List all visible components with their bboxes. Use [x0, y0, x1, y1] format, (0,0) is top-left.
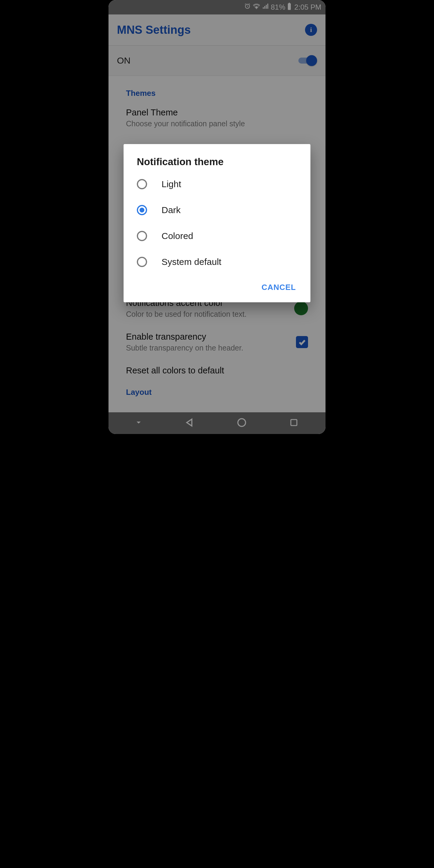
radio-label: System default [161, 257, 221, 267]
radio-label: Dark [161, 205, 181, 215]
radio-label: Light [161, 179, 181, 189]
dialog-title: Notification theme [124, 156, 310, 171]
dialog-actions: CANCEL [124, 275, 310, 297]
radio-icon [137, 205, 147, 215]
device-frame: 81% 2:05 PM MNS Settings i ON Themes Pan… [108, 0, 326, 434]
radio-option-system-default[interactable]: System default [124, 249, 310, 275]
cancel-button[interactable]: CANCEL [258, 280, 300, 294]
radio-icon [137, 257, 147, 267]
radio-option-dark[interactable]: Dark [124, 197, 310, 223]
notification-theme-dialog: Notification theme Light Dark Colored Sy… [124, 144, 310, 302]
radio-icon [137, 231, 147, 241]
radio-label: Colored [161, 231, 193, 241]
radio-option-colored[interactable]: Colored [124, 223, 310, 249]
radio-icon [137, 179, 147, 189]
radio-option-light[interactable]: Light [124, 171, 310, 197]
